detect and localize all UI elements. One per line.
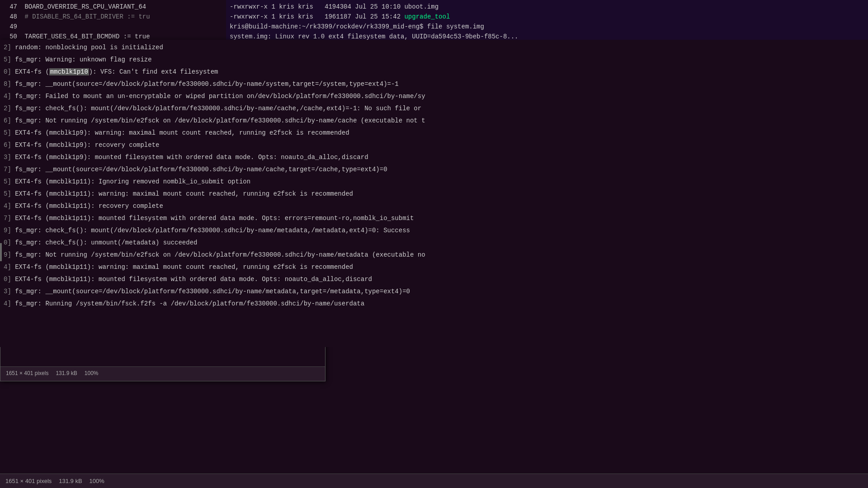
log-line-19: 4] EXT4-fs (mmcblk1p11): warning: maxima… <box>0 261 868 273</box>
log-line-20: 0] EXT4-fs (mmcblk1p11): mounted filesys… <box>0 273 868 286</box>
image-filesize: 131.9 kB <box>56 370 77 376</box>
log-line-8: 5] EXT4-fs (mmcblk1p9): warning: maximal… <box>0 127 868 139</box>
top-right-line-4: system.img: Linux rev 1.0 ext4 filesyste… <box>230 32 864 41</box>
log-line-18: 9] fs_mgr: Not running /system/bin/e2fsc… <box>0 249 868 261</box>
log-line-7: 6] fs_mgr: Not running /system/bin/e2fsc… <box>0 115 868 127</box>
top-right-line-1: -rwxrwxr-x 1 kris kris 4194304 Jul 25 10… <box>230 2 864 12</box>
log-line-2: 5] fs_mgr: Warning: unknown flag resize <box>0 54 868 66</box>
image-dimensions: 1651 × 401 pixels <box>6 370 48 376</box>
statusbar-dimensions: 1651 × 401 pixels <box>5 478 52 484</box>
top-right-line-2: -rwxrwxr-x 1 kris kris 1961187 Jul 25 15… <box>230 12 864 22</box>
log-line-22: 4] fs_mgr: Running /system/bin/fsck.f2fs… <box>0 298 868 310</box>
log-line-17: 0] fs_mgr: check_fs(): unmount(/metadata… <box>0 237 868 249</box>
log-line-13: 5] EXT4-fs (mmcblk1p11): warning: maxima… <box>0 188 868 200</box>
log-line-14: 4] EXT4-fs (mmcblk1p11): recovery comple… <box>0 200 868 212</box>
viewer-statusbar: 1651 × 401 pixels 131.9 kB 100% <box>0 366 325 379</box>
bottom-statusbar: 1651 × 401 pixels 131.9 kB 100% <box>0 474 868 488</box>
highlight-mmcblk1p10: mmcblk1p10 <box>49 68 89 75</box>
log-line-15: 7] EXT4-fs (mmcblk1p11): mounted filesys… <box>0 212 868 225</box>
top-right-line-3: kris@build-machine:~/rk3399/rockdev/rk33… <box>230 22 864 32</box>
log-line-21: 3] fs_mgr: __mount(source=/dev/block/pla… <box>0 286 868 298</box>
log-line-11: 7] fs_mgr: __mount(source=/dev/block/pla… <box>0 164 868 176</box>
image-zoom: 100% <box>85 370 99 376</box>
top-terminal-right: -rwxrwxr-x 1 kris kris 4194304 Jul 25 10… <box>226 0 868 41</box>
main-log-area: 2] random: nonblocking pool is initializ… <box>0 40 868 347</box>
statusbar-filesize: 131.9 kB <box>59 478 82 484</box>
log-line-5: 4] fs_mgr: Failed to mount an un-encrypt… <box>0 90 868 103</box>
statusbar-zoom: 100% <box>90 478 104 484</box>
log-line-12: 5] EXT4-fs (mmcblk1p11): Ignoring remove… <box>0 176 868 188</box>
log-line-3: 0] EXT4-fs (mmcblk1p10): VFS: Can't find… <box>0 66 868 78</box>
log-line-1: 2] random: nonblocking pool is initializ… <box>0 42 868 54</box>
log-line-10: 3] EXT4-fs (mmcblk1p9): mounted filesyst… <box>0 151 868 164</box>
scroll-indicator[interactable] <box>0 243 2 261</box>
top-terminal-left: 47 BOARD_OVERRIDE_RS_CPU_VARIANT_64 48 #… <box>0 0 226 41</box>
log-line-16: 9] fs_mgr: check_fs(): mount(/dev/block/… <box>0 225 868 237</box>
top-line-48: 48 # DISABLE_RS_64_BIT_DRIVER := tru <box>4 12 222 22</box>
top-line-50: 50 TARGET_USES_64_BIT_BCMDHD := true <box>4 32 222 41</box>
top-line-49: 49 <box>4 22 222 32</box>
log-line-4: 8] fs_mgr: __mount(source=/dev/block/pla… <box>0 78 868 90</box>
log-line-9: 6] EXT4-fs (mmcblk1p9): recovery complet… <box>0 139 868 151</box>
log-line-6: 2] fs_mgr: check_fs(): mount(/dev/block/… <box>0 103 868 115</box>
top-line-47: 47 BOARD_OVERRIDE_RS_CPU_VARIANT_64 <box>4 2 222 12</box>
